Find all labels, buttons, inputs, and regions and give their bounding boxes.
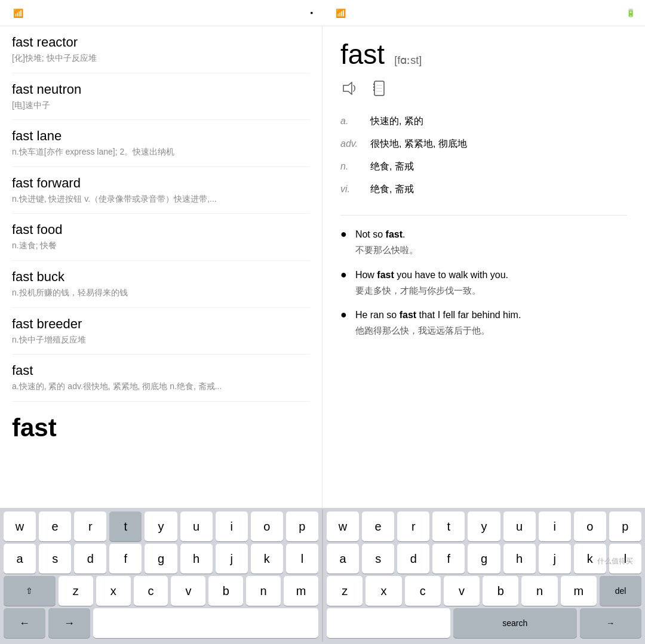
part-of-speech: a. xyxy=(340,110,370,133)
example-content: He ran so fast that I fell far behind hi… xyxy=(355,308,521,338)
key-p-left[interactable]: p xyxy=(286,511,318,541)
key-h-right[interactable]: h xyxy=(503,544,536,574)
part-of-speech: vi. xyxy=(340,178,370,201)
key-e-right[interactable]: e xyxy=(362,511,394,541)
search-item-subtitle: n.快进键, 快进按钮 v.（使录像带或录音带）快速进带,... xyxy=(12,193,310,205)
key-w-right[interactable]: w xyxy=(327,511,359,541)
word-main: fast xyxy=(340,38,385,70)
key-s-left[interactable]: s xyxy=(39,544,71,574)
key-n-right[interactable]: n xyxy=(521,576,557,606)
search-item-subtitle: n.速食; 快餐 xyxy=(12,240,310,252)
key-w-left[interactable]: w xyxy=(4,511,36,541)
word-header: fast [fɑːst] xyxy=(340,38,627,70)
space-key-left[interactable] xyxy=(93,608,318,638)
search-result-item[interactable]: fast neutron [电]速中子 xyxy=(12,73,310,121)
status-bar-right: 📶 🔋 xyxy=(322,0,645,26)
search-item-title: fast forward xyxy=(12,175,310,191)
bullet: ● xyxy=(340,269,347,281)
search-item-title: fast breeder xyxy=(12,316,310,332)
key-s-right[interactable]: s xyxy=(362,544,394,574)
audio-icon[interactable] xyxy=(340,79,360,98)
search-result-item[interactable]: fast buck n.投机所赚的钱，轻易得来的钱 xyxy=(12,261,310,308)
keyboard[interactable]: wertyuiopasdfghjkl⇧zxcvbnm←→wertyuiopasd… xyxy=(0,508,645,644)
part-of-speech: n. xyxy=(340,155,370,178)
search-result-item[interactable]: fast breeder n.快中子增殖反应堆 xyxy=(12,308,310,355)
key-x-right[interactable]: x xyxy=(366,576,401,606)
key-k-left[interactable]: k xyxy=(251,544,283,574)
key-a-right[interactable]: a xyxy=(327,544,359,574)
example-item: ● He ran so fast that I fell far behind … xyxy=(340,308,627,338)
key-v-left[interactable]: v xyxy=(171,576,205,606)
search-results-panel: fast reactor [化]快堆; 快中子反应堆 fast neutron … xyxy=(0,26,322,508)
key-d-right[interactable]: d xyxy=(397,544,429,574)
definition-text: 快速的, 紧的 xyxy=(370,110,627,133)
search-item-title: fast buck xyxy=(12,269,310,285)
search-result-item[interactable]: fast lane n.快车道[亦作 express lane]; 2。快速出纳… xyxy=(12,120,310,167)
key-e-left[interactable]: e xyxy=(39,511,71,541)
key-r-right[interactable]: r xyxy=(397,511,429,541)
key-t-left[interactable]: t xyxy=(109,511,142,541)
search-item-subtitle: n.投机所赚的钱，轻易得来的钱 xyxy=(12,287,310,299)
key-y-right[interactable]: y xyxy=(468,511,500,541)
key-j-left[interactable]: j xyxy=(216,544,248,574)
key-m-right[interactable]: m xyxy=(561,576,597,606)
key-u-left[interactable]: u xyxy=(180,511,213,541)
key-t-right[interactable]: t xyxy=(432,511,465,541)
key-v-right[interactable]: v xyxy=(444,576,480,606)
arrow-left-right-key[interactable]: → xyxy=(580,608,641,638)
key-d-left[interactable]: d xyxy=(74,544,106,574)
key-z-right[interactable]: z xyxy=(327,576,363,606)
key-u-right[interactable]: u xyxy=(503,511,536,541)
status-bar-left: 📶 ▪ xyxy=(0,0,322,26)
search-result-item[interactable]: fast reactor [化]快堆; 快中子反应堆 xyxy=(12,26,310,73)
search-bold-item[interactable]: fast xyxy=(12,402,310,451)
key-n-left[interactable]: n xyxy=(246,576,281,606)
space-key-right[interactable] xyxy=(327,608,450,638)
key-g-right[interactable]: g xyxy=(468,544,500,574)
key-z-left[interactable]: z xyxy=(59,576,93,606)
example-content: How fast you have to walk with you. 要走多快… xyxy=(355,268,508,298)
arrow-right-key[interactable]: → xyxy=(48,608,90,638)
key-i-left[interactable]: i xyxy=(216,511,248,541)
key-a-left[interactable]: a xyxy=(4,544,36,574)
key-i-right[interactable]: i xyxy=(539,511,571,541)
wifi-icon-right: 📶 xyxy=(336,8,346,18)
example-chinese: 不要那么快啦。 xyxy=(355,244,418,257)
key-r-left[interactable]: r xyxy=(74,511,106,541)
word-action-icons xyxy=(340,79,627,98)
battery-icon-right: 🔋 xyxy=(626,8,635,17)
example-chinese: 要走多快，才能与你步伐一致。 xyxy=(355,284,508,298)
key-o-right[interactable]: o xyxy=(574,511,606,541)
key-x-left[interactable]: x xyxy=(96,576,131,606)
key-g-left[interactable]: g xyxy=(145,544,177,574)
arrow-left-key[interactable]: ← xyxy=(4,608,45,638)
search-item-subtitle: a.快速的, 紧的 adv.很快地, 紧紧地, 彻底地 n.绝食, 斋戒... xyxy=(12,381,310,393)
search-item-title: fast food xyxy=(12,222,310,238)
key-b-left[interactable]: b xyxy=(208,576,243,606)
bullet: ● xyxy=(340,309,347,321)
key-m-left[interactable]: m xyxy=(284,576,318,606)
shift-key-left[interactable]: ⇧ xyxy=(4,576,56,606)
key-l-left[interactable]: l xyxy=(286,544,318,574)
search-bold-title: fast xyxy=(12,414,310,442)
key-o-left[interactable]: o xyxy=(251,511,283,541)
key-c-left[interactable]: c xyxy=(134,576,168,606)
example-english: How fast you have to walk with you. xyxy=(355,268,508,282)
key-f-left[interactable]: f xyxy=(109,544,142,574)
search-key[interactable]: search xyxy=(453,608,577,638)
search-result-item[interactable]: fast forward n.快进键, 快进按钮 v.（使录像带或录音带）快速进… xyxy=(12,167,310,214)
search-result-item[interactable]: fast food n.速食; 快餐 xyxy=(12,214,310,261)
example-english: He ran so fast that I fell far behind hi… xyxy=(355,308,521,322)
delete-key[interactable]: del xyxy=(600,576,641,606)
key-b-right[interactable]: b xyxy=(483,576,518,606)
notebook-icon[interactable] xyxy=(369,79,388,98)
search-item-subtitle: n.快车道[亦作 express lane]; 2。快速出纳机 xyxy=(12,146,310,158)
key-f-right[interactable]: f xyxy=(432,544,465,574)
key-p-right[interactable]: p xyxy=(609,511,641,541)
example-chinese: 他跑得那么快，我远远落后于他。 xyxy=(355,324,521,338)
key-h-left[interactable]: h xyxy=(180,544,213,574)
search-result-item[interactable]: fast a.快速的, 紧的 adv.很快地, 紧紧地, 彻底地 n.绝食, 斋… xyxy=(12,355,310,402)
key-c-right[interactable]: c xyxy=(405,576,441,606)
key-j-right[interactable]: j xyxy=(539,544,571,574)
key-y-left[interactable]: y xyxy=(145,511,177,541)
